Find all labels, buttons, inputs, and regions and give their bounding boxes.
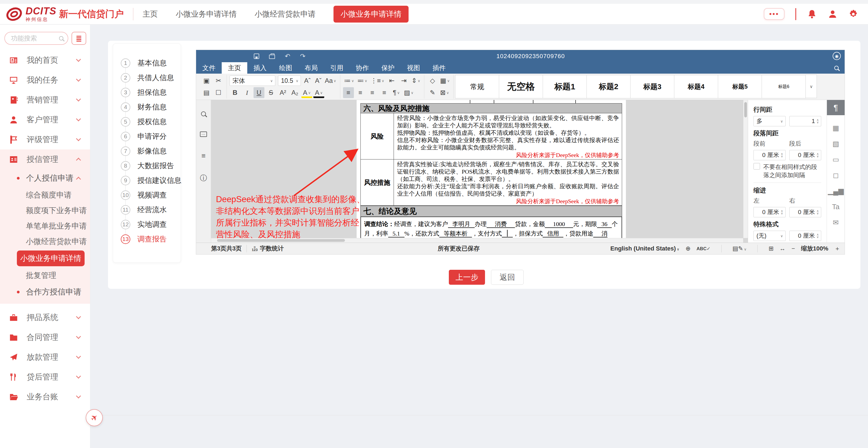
document-canvas[interactable]: 六、风险及风控措施 风险 经营风险：小微企业市场竞争力弱，易受行业波动（如政策变… [211,100,748,243]
step-item[interactable]: 3 担保信息 [121,85,181,100]
zoom-level[interactable]: 缩放100% [801,244,828,253]
font-color-icon[interactable]: A [313,89,324,98]
fit-page-icon[interactable]: ⊞ [769,245,773,252]
nav-micro-loan-apply[interactable]: 小微经营贷款申请 [255,9,315,19]
search-input[interactable] [11,35,59,42]
tab-insert[interactable]: 插入 [247,62,273,74]
menu-micro-detail[interactable]: 小微业务申请详情 [17,250,85,266]
table-panel-icon[interactable]: ▦ [832,120,839,136]
zoom-in-icon[interactable]: ＋ [834,244,840,253]
header-footer-panel-icon[interactable]: ▭ [832,151,839,167]
style-gallery-more-icon[interactable]: ∨ [805,75,817,98]
step-item[interactable]: 8 大数据报告 [121,159,181,173]
step-item[interactable]: 7 影像信息 [121,144,181,159]
line-spacing-select[interactable]: 多 [753,116,785,126]
doc-vertical-scrollbar[interactable] [743,100,748,238]
numbered-list-icon[interactable]: ≕ [356,75,368,86]
step-item[interactable]: 10 视频调查 [121,188,181,202]
page-color-icon[interactable]: ▦ [439,75,451,86]
style-cell[interactable]: 标题1 [543,75,587,98]
spellcheck-icon[interactable]: ABC✓ [696,246,711,251]
tab-plugins[interactable]: 插件 [426,62,452,74]
special-format-select[interactable]: (无) [753,231,785,241]
font-name-select[interactable]: 宋体 [229,75,275,86]
special-format-stepper[interactable]: 0 厘米∧∨ [789,231,822,241]
shape-panel-icon[interactable]: ◻ [833,167,839,183]
save-icon[interactable] [254,54,259,59]
sidebar-item-tasks[interactable]: 我的任务 [0,70,90,90]
tab-protect[interactable]: 保护 [375,62,401,74]
tab-file[interactable]: 文件 [196,62,222,74]
line-spacing-icon[interactable]: ⇕ [410,75,421,86]
sidebar-item-ledger[interactable]: 业务台账 [0,387,90,407]
justify-icon[interactable]: ≡ [379,87,390,98]
step-item[interactable]: 5 授权信息 [121,114,181,129]
tab-view[interactable]: 视图 [401,62,426,74]
step-item[interactable]: 12 实地调查 [121,217,181,232]
mail-merge-panel-icon[interactable]: ✉ [833,215,839,230]
sidebar-item-collateral[interactable]: 押品系统 [0,308,90,328]
italic-icon[interactable]: I [242,87,252,98]
language-select[interactable]: English (United States) [611,245,680,252]
sidebar-item-credit-mgmt[interactable]: 授信管理 [0,149,90,169]
globe-icon[interactable]: ⊕ [685,245,690,252]
superscript-icon[interactable]: A² [277,87,288,98]
cut-icon[interactable]: ✂ [213,75,224,86]
sidebar-item-post-loan[interactable]: 贷后管理 [0,367,90,387]
shrink-font-icon[interactable]: Aˇ [313,75,324,86]
grow-font-icon[interactable]: Aˆ [302,75,313,86]
change-case-icon[interactable]: Aa [324,75,337,86]
tab-layout[interactable]: 布局 [299,62,324,74]
style-cell[interactable]: 标题4 [674,75,718,98]
document-page[interactable]: 六、风险及风控措施 风险 经营风险：小微企业市场竞争力弱，易受行业波动（如政策变… [356,100,626,239]
indent-icon[interactable]: ⇥ [398,75,409,86]
indent-left-stepper[interactable]: 0 厘米∧∨ [753,207,785,217]
style-cell[interactable]: 常规 [455,75,499,98]
multilevel-list-icon[interactable]: ⋮≡ [369,75,385,86]
style-cell[interactable]: 标题3 [630,75,674,98]
sidebar-item-partner-credit[interactable]: 合作方授信申请 [0,283,90,301]
text-frame-icon[interactable]: ⊠ [439,87,450,98]
space-after-stepper[interactable]: 0 厘米∧∨ [789,150,822,160]
menu-micro-loan-apply[interactable]: 小微经营贷款申请 [0,234,90,249]
step-item[interactable]: 9 授信建议信息 [121,173,181,188]
style-cell[interactable]: 标题2 [586,75,630,98]
sidebar-item-customers[interactable]: 客户管理 [0,110,90,130]
step-item[interactable]: 6 申请评分 [121,129,181,144]
paragraph-panel-icon[interactable]: ¶ [827,100,845,115]
back-button[interactable]: 返回 [491,270,524,285]
highlight-color-icon[interactable]: A [301,89,312,98]
align-left-icon[interactable]: ≡ [343,87,354,98]
tab-home[interactable]: 主页 [222,62,247,74]
nav-home[interactable]: 主页 [143,9,158,19]
redo-icon[interactable]: ↷ [300,53,306,60]
nav-micro-detail[interactable]: 小微业务申请详情 [176,9,237,19]
step-item[interactable]: 1 基本信息 [121,56,181,70]
editor-search-icon[interactable] [834,66,839,70]
underline-icon[interactable]: U [253,87,265,98]
menu-under-quota[interactable]: 额度项下业务申请 [0,203,90,218]
step-item[interactable]: 11 经营流水 [121,202,181,217]
prev-step-button[interactable]: 上一步 [449,270,485,285]
menu-single-batch[interactable]: 单笔单批业务申请 [0,218,90,234]
space-before-stepper[interactable]: 0 厘米∧∨ [753,150,785,160]
undo-icon[interactable]: ↶ [285,53,290,60]
sidebar-item-contracts[interactable]: 合同管理 [0,328,90,347]
step-item[interactable]: 4 财务信息 [121,100,181,114]
page-indicator[interactable]: 第3页共3页 [211,244,242,253]
menu-approval-mgmt[interactable]: 批复管理 [0,268,90,283]
settings-gear-icon[interactable] [848,9,858,19]
sidebar-item-home[interactable]: 我的首页 [0,50,90,70]
zoom-out-icon[interactable]: − [792,245,795,252]
tab-references[interactable]: 引用 [324,62,349,74]
format-painter-icon[interactable]: ✎ [427,87,438,98]
comments-icon[interactable]: ⋯ [200,132,207,137]
subscript-icon[interactable]: A₂ [289,87,300,98]
sidebar-item-personal-credit[interactable]: 个人授信申请 [0,169,90,187]
align-right-icon[interactable]: ≡ [367,87,378,98]
style-cell[interactable]: 无空格 [499,75,543,98]
bell-icon[interactable] [807,9,817,19]
tab-collaboration[interactable]: 协作 [349,62,375,74]
sidebar-item-rating[interactable]: 评级管理 [0,130,90,149]
fit-width-icon[interactable]: ↔ [780,245,785,252]
